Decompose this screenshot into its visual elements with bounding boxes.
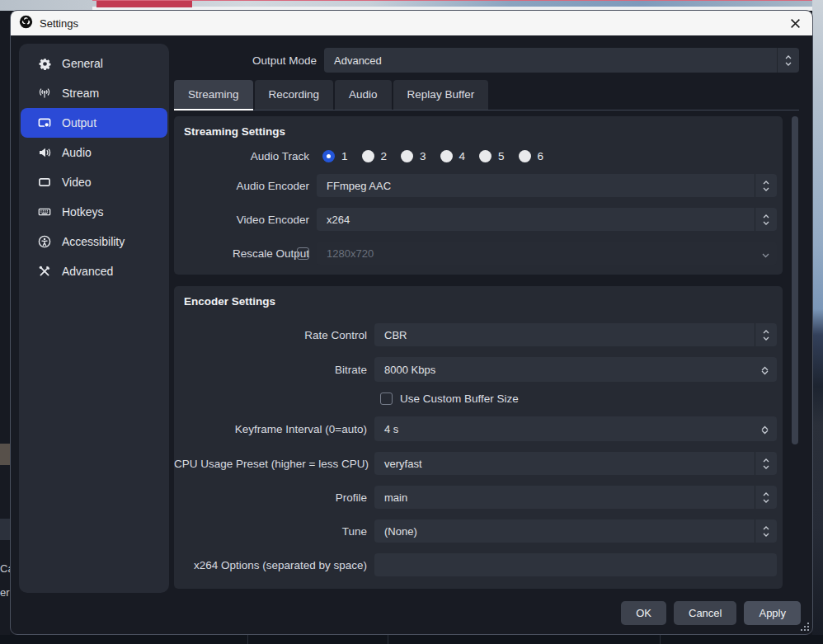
sidebar-item-label: Stream xyxy=(62,87,99,100)
cpu-preset-label: CPU Usage Preset (higher = less CPU) xyxy=(174,458,374,470)
rate-control-select[interactable]: CBR xyxy=(374,323,777,346)
radio-icon xyxy=(519,150,531,162)
bitrate-row: Bitrate 8000 Kbps xyxy=(174,357,783,382)
radio-label: 2 xyxy=(381,150,388,162)
radio-icon xyxy=(479,150,491,162)
background-divider xyxy=(247,635,248,644)
broadcast-antenna-icon xyxy=(38,87,51,100)
chevron-up-down-icon[interactable] xyxy=(777,48,799,73)
keyframe-row: Keyframe Interval (0=auto) 4 s xyxy=(174,416,783,441)
sidebar-item-hotkeys[interactable]: Hotkeys xyxy=(21,197,167,227)
chevron-up-down-icon[interactable] xyxy=(755,452,777,475)
sidebar-item-stream[interactable]: Stream xyxy=(21,78,167,108)
radio-track-2[interactable]: 2 xyxy=(362,150,388,162)
sidebar-item-accessibility[interactable]: Accessibility xyxy=(21,227,167,256)
video-encoder-select[interactable]: x264 xyxy=(317,208,777,231)
radio-track-6[interactable]: 6 xyxy=(519,150,544,162)
output-mode-select[interactable]: Advanced xyxy=(324,48,799,73)
radio-track-4[interactable]: 4 xyxy=(440,150,466,162)
sidebar-item-video[interactable]: Video xyxy=(21,167,167,197)
output-mode-value: Advanced xyxy=(334,54,382,67)
background-left-sliver xyxy=(0,11,10,644)
titlebar[interactable]: Settings xyxy=(11,11,812,35)
tab-audio[interactable]: Audio xyxy=(335,80,392,110)
background-text-fragment: er xyxy=(0,586,10,599)
sidebar-item-general[interactable]: General xyxy=(21,49,167,78)
output-tabs: Streaming Recording Audio Replay Buffer xyxy=(174,80,799,110)
radio-track-5[interactable]: 5 xyxy=(479,150,505,162)
encoder-settings-panel: Encoder Settings Rate Control CBR Bitrat… xyxy=(174,286,783,589)
cpu-preset-select[interactable]: veryfast xyxy=(374,452,777,475)
audio-encoder-value: FFmpeg AAC xyxy=(327,180,391,192)
x264-options-label: x264 Options (separated by space) xyxy=(174,559,374,571)
rescale-output-row: Rescale Output 1280x720 xyxy=(174,242,783,265)
x264-options-input[interactable] xyxy=(374,553,777,576)
bitrate-value: 8000 Kbps xyxy=(384,364,435,376)
tune-value: (None) xyxy=(384,525,417,538)
audio-track-radio-group: 1 2 3 4 5 6 xyxy=(322,150,543,162)
rescale-resolution-combo[interactable]: 1280x720 xyxy=(317,242,777,265)
rate-control-row: Rate Control CBR xyxy=(174,323,783,346)
tab-label: Recording xyxy=(269,88,320,101)
profile-row: Profile main xyxy=(174,486,783,509)
profile-value: main xyxy=(384,491,407,504)
tab-label: Audio xyxy=(349,88,378,101)
keyboard-icon xyxy=(38,205,51,219)
sidebar-item-label: Output xyxy=(62,116,96,129)
sidebar-item-label: Accessibility xyxy=(62,235,125,248)
background-bottom-strip xyxy=(0,635,823,644)
sidebar-item-audio[interactable]: Audio xyxy=(21,138,167,167)
cancel-button[interactable]: Cancel xyxy=(674,601,736,625)
apply-button[interactable]: Apply xyxy=(744,601,801,625)
tune-label: Tune xyxy=(174,525,374,538)
rescale-resolution-value: 1280x720 xyxy=(327,247,374,260)
bitrate-label: Bitrate xyxy=(174,364,374,376)
rescale-output-checkbox[interactable] xyxy=(297,247,309,260)
tab-recording[interactable]: Recording xyxy=(255,80,334,110)
chevron-up-down-icon[interactable] xyxy=(755,486,777,509)
obs-logo-icon xyxy=(19,15,33,32)
chevron-up-down-icon[interactable] xyxy=(755,323,777,346)
bitrate-spinbox[interactable]: 8000 Kbps xyxy=(374,357,777,382)
rescale-output-label: Rescale Output xyxy=(174,247,317,260)
radio-label: 1 xyxy=(341,150,348,162)
output-screen-icon xyxy=(38,116,51,129)
tab-replay-buffer[interactable]: Replay Buffer xyxy=(393,80,489,110)
sidebar-item-label: General xyxy=(62,57,103,70)
audio-encoder-select[interactable]: FFmpeg AAC xyxy=(317,174,777,197)
ok-button[interactable]: OK xyxy=(621,601,666,625)
sidebar-item-output[interactable]: Output xyxy=(21,108,167,138)
radio-track-1[interactable]: 1 xyxy=(322,150,348,162)
background-right-sliver xyxy=(812,0,823,644)
panel-title: Streaming Settings xyxy=(184,125,783,138)
gear-icon xyxy=(38,57,51,70)
chevron-up-down-icon[interactable] xyxy=(755,174,777,197)
keyframe-label: Keyframe Interval (0=auto) xyxy=(174,423,374,435)
tune-select[interactable]: (None) xyxy=(374,519,777,543)
profile-select[interactable]: main xyxy=(374,486,777,509)
sidebar-item-label: Hotkeys xyxy=(62,205,104,219)
spin-down-icon[interactable] xyxy=(761,365,769,378)
background-red-bar xyxy=(96,1,192,7)
keyframe-spinbox[interactable]: 4 s xyxy=(374,416,777,441)
radio-track-3[interactable]: 3 xyxy=(401,150,426,162)
sidebar-item-label: Audio xyxy=(62,146,92,159)
chevron-up-down-icon[interactable] xyxy=(755,208,777,231)
radio-icon xyxy=(440,150,453,162)
resize-grip[interactable] xyxy=(801,623,809,631)
tab-streaming[interactable]: Streaming xyxy=(174,80,253,110)
output-mode-label: Output Mode xyxy=(174,54,324,67)
video-encoder-row: Video Encoder x264 xyxy=(174,208,783,231)
close-button[interactable] xyxy=(786,14,804,32)
custom-buffer-label: Use Custom Buffer Size xyxy=(400,393,519,405)
background-divider xyxy=(660,635,661,644)
crossed-tools-icon xyxy=(38,265,51,278)
sidebar-item-advanced[interactable]: Advanced xyxy=(21,256,167,286)
monitor-icon xyxy=(38,176,51,189)
chevron-up-down-icon[interactable] xyxy=(755,519,777,543)
custom-buffer-checkbox[interactable] xyxy=(380,393,393,405)
custom-buffer-row: Use Custom Buffer Size xyxy=(380,392,783,406)
profile-label: Profile xyxy=(174,491,374,504)
vertical-scrollbar-thumb[interactable] xyxy=(792,116,798,444)
spin-down-icon[interactable] xyxy=(761,425,769,437)
